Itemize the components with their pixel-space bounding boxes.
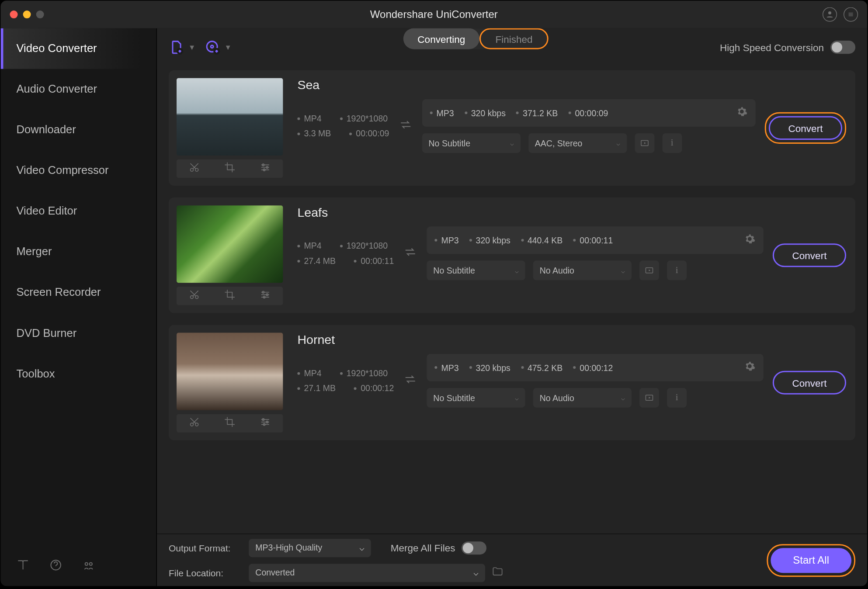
- subtitle-dropdown[interactable]: No Subtitle⌵: [422, 133, 520, 153]
- start-all-button[interactable]: Start All: [771, 547, 851, 572]
- out-size: 475.2 KB: [521, 363, 562, 373]
- src-resolution: 1920*1080: [340, 368, 388, 378]
- effects-icon[interactable]: [259, 416, 271, 430]
- convert-button[interactable]: Convert: [773, 243, 846, 267]
- sidebar-item-label: Video Converter: [17, 42, 97, 55]
- sidebar-item-video-converter[interactable]: Video Converter: [1, 28, 156, 69]
- sidebar: Video Converter Audio Converter Download…: [1, 28, 157, 586]
- item-title: Sea: [297, 78, 755, 93]
- window-maximize-button[interactable]: [36, 10, 44, 18]
- info-button[interactable]: i: [662, 133, 682, 153]
- svg-point-6: [90, 563, 92, 565]
- chevron-down-icon: ⌵: [616, 139, 620, 147]
- trim-icon[interactable]: [188, 289, 200, 303]
- sidebar-item-merger[interactable]: Merger: [1, 232, 156, 272]
- out-size: 371.2 KB: [516, 108, 558, 118]
- thumbnail-tools: [177, 287, 283, 305]
- high-speed-label: High Speed Conversion: [720, 42, 824, 53]
- conversion-item: Leafs MP4 1920*1080 27.4 MB 00:00:11: [169, 197, 855, 313]
- sidebar-item-audio-converter[interactable]: Audio Converter: [1, 69, 156, 110]
- tab-finished[interactable]: Finished: [479, 28, 548, 49]
- add-disc-button[interactable]: ▼: [205, 39, 231, 55]
- item-title: Hornet: [297, 333, 763, 347]
- subtitle-dropdown[interactable]: No Subtitle⌵: [427, 388, 525, 408]
- svg-rect-3: [849, 16, 853, 16]
- svg-point-5: [85, 563, 88, 565]
- share-icon[interactable]: [82, 558, 95, 574]
- out-format: MP3: [430, 108, 454, 118]
- out-size: 440.4 KB: [521, 235, 562, 245]
- video-thumbnail[interactable]: [177, 78, 283, 156]
- video-thumbnail[interactable]: [177, 205, 283, 283]
- output-settings-box: MP3 320 kbps 371.2 KB 00:00:09: [422, 99, 755, 127]
- trim-icon[interactable]: [188, 161, 200, 176]
- svg-rect-2: [849, 14, 853, 14]
- settings-gear-icon[interactable]: [744, 233, 756, 247]
- audio-dropdown[interactable]: No Audio⌵: [533, 388, 632, 408]
- open-folder-button[interactable]: [492, 565, 503, 580]
- file-location-dropdown[interactable]: Converted ⌵: [249, 563, 485, 582]
- high-speed-toggle[interactable]: [830, 41, 855, 54]
- crop-icon[interactable]: [224, 416, 236, 430]
- preview-button[interactable]: [635, 133, 654, 153]
- out-duration: 00:00:12: [573, 363, 613, 373]
- sidebar-item-label: Audio Converter: [17, 83, 97, 96]
- convert-highlight: Convert: [765, 112, 846, 144]
- convert-button[interactable]: Convert: [773, 371, 846, 395]
- preview-button[interactable]: [639, 388, 659, 408]
- app-title: Wondershare UniConverter: [1, 9, 868, 21]
- svg-point-0: [828, 11, 831, 14]
- effects-icon[interactable]: [259, 289, 271, 303]
- window-minimize-button[interactable]: [23, 10, 31, 18]
- conversion-item: Hornet MP4 1920*1080 27.1 MB 00:00:12: [169, 325, 855, 440]
- titlebar: Wondershare UniConverter: [1, 1, 868, 28]
- menu-icon[interactable]: [844, 7, 858, 22]
- output-format-dropdown[interactable]: MP3-High Quality ⌵: [249, 538, 371, 557]
- main-panel: ▼ ▼ Converting Finished High Speed Conve…: [157, 28, 867, 586]
- add-file-button[interactable]: ▼: [169, 39, 195, 55]
- window-close-button[interactable]: [10, 10, 18, 18]
- out-bitrate: 320 kbps: [469, 363, 510, 373]
- help-icon[interactable]: [49, 558, 62, 574]
- account-icon[interactable]: [823, 7, 837, 22]
- chevron-down-icon: ⌵: [621, 394, 625, 402]
- sidebar-item-video-editor[interactable]: Video Editor: [1, 191, 156, 232]
- chevron-down-icon: ⌵: [510, 139, 514, 147]
- merge-all-toggle[interactable]: [462, 541, 486, 554]
- sidebar-item-toolbox[interactable]: Toolbox: [1, 354, 156, 395]
- src-format: MP4: [297, 114, 321, 124]
- sidebar-item-downloader[interactable]: Downloader: [1, 110, 156, 150]
- chevron-down-icon: ▼: [225, 43, 232, 51]
- subtitle-dropdown[interactable]: No Subtitle⌵: [427, 260, 525, 280]
- info-button[interactable]: i: [667, 260, 687, 280]
- crop-icon[interactable]: [224, 289, 236, 303]
- trim-icon[interactable]: [188, 416, 200, 430]
- info-button[interactable]: i: [667, 388, 687, 408]
- sidebar-item-dvd-burner[interactable]: DVD Burner: [1, 313, 156, 353]
- sidebar-item-video-compressor[interactable]: Video Compressor: [1, 150, 156, 191]
- src-size: 27.1 MB: [297, 383, 336, 393]
- sidebar-item-label: Screen Recorder: [17, 286, 101, 299]
- convert-button[interactable]: Convert: [769, 116, 842, 140]
- preview-button[interactable]: [639, 260, 659, 280]
- tab-converting[interactable]: Converting: [403, 28, 479, 49]
- output-settings-box: MP3 320 kbps 475.2 KB 00:00:12: [427, 354, 763, 381]
- guide-icon[interactable]: [17, 558, 30, 574]
- convert-arrow-icon: [403, 245, 417, 262]
- sidebar-item-screen-recorder[interactable]: Screen Recorder: [1, 272, 156, 313]
- src-format: MP4: [297, 368, 321, 378]
- crop-icon[interactable]: [224, 161, 236, 176]
- chevron-down-icon: ⌵: [473, 568, 479, 578]
- src-size: 27.4 MB: [297, 256, 336, 266]
- settings-gear-icon[interactable]: [736, 106, 748, 120]
- output-settings-box: MP3 320 kbps 440.4 KB 00:00:11: [427, 226, 763, 254]
- settings-gear-icon[interactable]: [744, 360, 756, 375]
- audio-dropdown[interactable]: AAC, Stereo⌵: [528, 133, 627, 153]
- sidebar-item-label: Toolbox: [17, 367, 55, 381]
- file-location-label: File Location:: [169, 567, 242, 578]
- audio-dropdown[interactable]: No Audio⌵: [533, 260, 632, 280]
- chevron-down-icon: ⌵: [515, 394, 519, 402]
- out-bitrate: 320 kbps: [465, 108, 506, 118]
- effects-icon[interactable]: [259, 161, 271, 176]
- video-thumbnail[interactable]: [177, 333, 283, 410]
